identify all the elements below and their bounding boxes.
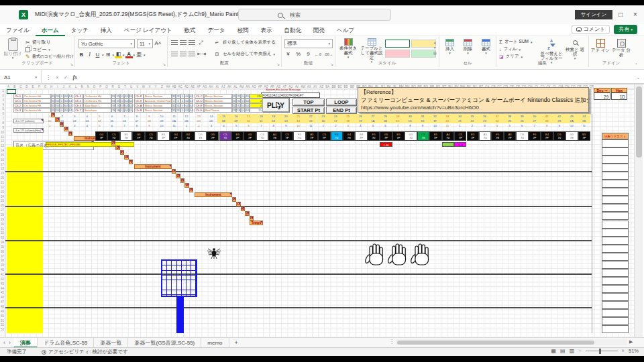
comments-button[interactable]: コメント xyxy=(572,25,610,34)
side-table-row[interactable] xyxy=(602,309,629,317)
row-header-24[interactable]: 24 xyxy=(1,195,4,198)
cancel-icon[interactable]: × xyxy=(56,74,59,80)
instrument-value-cell[interactable]: 64 xyxy=(189,108,193,113)
column-header-W[interactable]: W xyxy=(140,85,146,88)
column-header-I[interactable]: I xyxy=(54,85,60,88)
side-table-row[interactable] xyxy=(602,293,629,301)
data-analysis-button[interactable]: データ 分析 xyxy=(611,39,631,57)
ribbon-tab-表示[interactable]: 表示 xyxy=(254,24,278,36)
note-cell[interactable]: G570 xyxy=(405,131,417,141)
note-cell[interactable]: A57F xyxy=(504,131,516,141)
row-header-21[interactable]: 21 xyxy=(1,181,4,184)
reference-url[interactable]: https://www.youtube.com/watch?v=uBn3orcH… xyxy=(361,104,586,111)
delete-cells-button[interactable]: 削除▾ xyxy=(460,39,476,56)
column-header-BD[interactable]: BD xyxy=(343,85,349,88)
row-header-31[interactable]: 31 xyxy=(1,227,4,231)
instrument-name-cell[interactable]: Orchestra Hit xyxy=(23,103,51,108)
insert-cells-button[interactable]: 挿入▾ xyxy=(441,39,458,56)
fly-swatter-mesh[interactable] xyxy=(161,259,197,297)
instrument-name-cell[interactable]: Orchestra Hit xyxy=(23,94,51,99)
instrument-name-cell[interactable]: Brass Section xyxy=(204,103,232,108)
sheet-nav-prev-icon[interactable]: ‹ xyxy=(0,339,9,346)
side-table-row[interactable] xyxy=(602,139,629,147)
row-header-30[interactable]: 30 xyxy=(1,223,4,226)
column-header-AJ[interactable]: AJ xyxy=(220,85,226,88)
sheet-tab-ドラム音色,SC-55[interactable]: ドラム音色,SC-55 xyxy=(38,338,94,348)
instrument-name-cell[interactable]: Slap Bass 1 xyxy=(83,103,111,108)
orientation-icon[interactable]: ⤢ xyxy=(197,40,205,46)
column-header-BB[interactable]: BB xyxy=(331,85,337,88)
styles-scroll-up-icon[interactable]: ▴ xyxy=(434,40,436,44)
ruby-button[interactable]: 亜 xyxy=(136,51,143,58)
format-painter-button[interactable]: ✎書式のコピー/貼り付け xyxy=(25,54,74,60)
side-table-row[interactable] xyxy=(602,229,629,237)
row-header-3[interactable]: 3 xyxy=(2,99,4,102)
column-header-AL[interactable]: AL xyxy=(233,85,239,88)
styles-scroll-down-icon[interactable]: ▾ xyxy=(434,46,436,50)
scroll-right-icon[interactable]: ▶ xyxy=(629,339,633,345)
side-table-row[interactable] xyxy=(602,277,629,285)
styles-gallery-icon[interactable]: ▤ xyxy=(433,51,437,55)
row-header-52[interactable]: 52 xyxy=(1,323,4,326)
cell-style-bad[interactable] xyxy=(385,50,410,58)
cell-style-neutral[interactable] xyxy=(411,40,436,48)
channel-cell[interactable]: Ch.4 xyxy=(74,94,83,99)
normal-view-icon[interactable]: ▦ xyxy=(551,348,557,354)
column-header-AP[interactable]: AP xyxy=(257,85,263,88)
dec-value-cell[interactable]: 29 xyxy=(594,93,610,100)
side-table-row[interactable] xyxy=(602,156,629,164)
column-header-AO[interactable]: AO xyxy=(251,85,257,88)
note-cell[interactable]: B47F xyxy=(355,131,367,141)
instrument-name-cell[interactable]: Acoustic Grand Piano xyxy=(144,99,172,103)
side-table-row[interactable] xyxy=(602,147,629,156)
row-header-6[interactable]: 6 xyxy=(2,112,4,115)
instrument-name-cell[interactable]: Seashore xyxy=(83,108,111,113)
instrument-value-cell[interactable]: 64 xyxy=(129,108,133,113)
align-top-icon[interactable] xyxy=(171,40,178,46)
name-box[interactable]: A1▾ xyxy=(0,70,42,84)
column-header-AX[interactable]: AX xyxy=(306,85,312,88)
ribbon-tab-ページ レイアウト[interactable]: ページ レイアウト xyxy=(118,24,178,36)
decrease-decimal-icon[interactable]: .00→ xyxy=(324,52,333,56)
bold-button[interactable]: B xyxy=(78,52,85,58)
sheet-tab-楽器一覧[interactable]: 楽器一覧 xyxy=(94,338,128,348)
column-header-Y[interactable]: Y xyxy=(153,85,159,88)
row-header-37[interactable]: 37 xyxy=(1,255,4,258)
note-cell[interactable]: C57F xyxy=(318,131,330,141)
ribbon-tab-タッチ[interactable]: タッチ xyxy=(65,24,95,36)
note-cell[interactable]: B47F xyxy=(541,131,553,141)
column-header-BC[interactable]: BC xyxy=(337,85,343,88)
side-table-row[interactable] xyxy=(602,269,629,277)
note-cell[interactable]: G57F xyxy=(244,131,256,141)
borders-icon[interactable]: ⊞ xyxy=(105,52,112,58)
instrument-value-cell[interactable]: 64 xyxy=(68,103,72,108)
side-table-row[interactable] xyxy=(602,164,629,172)
row-header-44[interactable]: 44 xyxy=(1,287,4,290)
channel-cell[interactable]: Ch.0 xyxy=(13,94,23,99)
note-cell[interactable]: B57F xyxy=(578,131,590,141)
instrument-name-cell[interactable]: Orchestra Hit xyxy=(23,108,51,113)
row-header-51[interactable]: 51 xyxy=(1,319,4,322)
row-header-19[interactable]: 19 xyxy=(1,172,4,175)
row-header-22[interactable]: 22 xyxy=(1,186,4,189)
channel-cell[interactable]: Ch.D xyxy=(195,99,204,103)
row-header-53[interactable]: 53 xyxy=(1,328,4,331)
marker-cell[interactable]: 1 46 xyxy=(380,142,392,147)
note-cell[interactable]: A57F xyxy=(306,131,318,141)
excel-logo-icon[interactable]: X xyxy=(19,10,28,19)
ribbon-tab-挿入[interactable]: 挿入 xyxy=(95,24,118,36)
row-header-38[interactable]: 38 xyxy=(1,259,4,262)
cell-style-good[interactable] xyxy=(411,50,436,58)
percent-icon[interactable]: % xyxy=(294,51,302,57)
column-header-V[interactable]: V xyxy=(134,85,140,88)
row-header-40[interactable]: 40 xyxy=(1,268,4,272)
side-table-row[interactable] xyxy=(602,237,629,245)
note-cell[interactable]: G57F xyxy=(380,131,392,141)
sheet-tab-演奏[interactable]: 演奏 xyxy=(14,338,38,348)
align-center-icon[interactable] xyxy=(180,52,186,57)
dialog-launcher-icon[interactable]: ↘ xyxy=(70,62,73,66)
fill-color-icon[interactable]: ◧ xyxy=(115,51,122,58)
ribbon-tab-校閲[interactable]: 校閲 xyxy=(231,24,254,36)
note-cell[interactable]: G578 xyxy=(566,131,578,141)
page-layout-view-icon[interactable]: ▤ xyxy=(560,348,566,354)
